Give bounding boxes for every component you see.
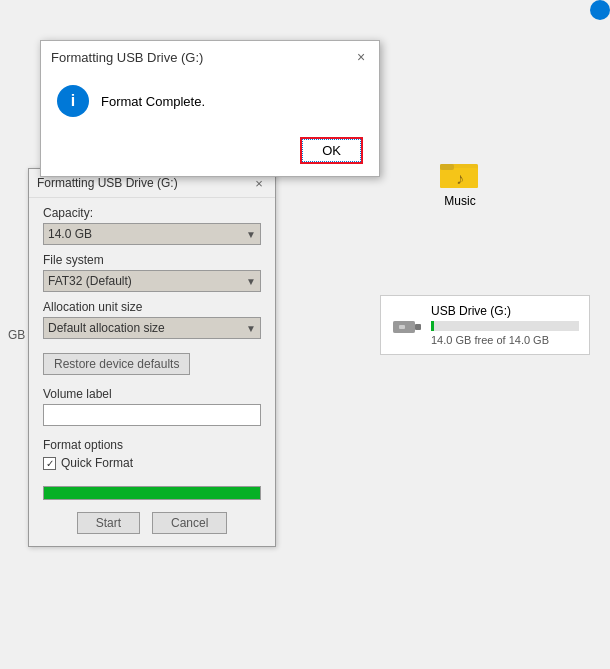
volume-label-text: Volume label [43, 387, 261, 401]
capacity-value: 14.0 GB [48, 227, 92, 241]
format-dialog-title: Formatting USB Drive (G:) [37, 176, 178, 190]
restore-defaults-button[interactable]: Restore device defaults [43, 353, 190, 375]
volume-label-section: Volume label [43, 387, 261, 426]
music-folder-icon: ♪ [440, 158, 480, 190]
capacity-label: Capacity: [43, 206, 261, 220]
format-dialog-buttons: Start Cancel [29, 512, 275, 534]
format-complete-footer: OK [41, 129, 379, 176]
ok-button[interactable]: OK [300, 137, 363, 164]
usb-drive-info: USB Drive (G:) 14.0 GB free of 14.0 GB [380, 295, 590, 355]
format-complete-title: Formatting USB Drive (G:) [51, 50, 203, 65]
usb-storage-fill [431, 321, 434, 331]
quick-format-row: ✓ Quick Format [43, 456, 261, 470]
usb-drive-details: USB Drive (G:) 14.0 GB free of 14.0 GB [431, 304, 579, 346]
svg-rect-7 [415, 324, 421, 330]
gb-label: GB [8, 328, 25, 342]
format-dialog-body: Capacity: 14.0 GB ▼ File system FAT32 (D… [29, 206, 275, 470]
format-options-section: Format options ✓ Quick Format [43, 438, 261, 470]
checkmark-icon: ✓ [46, 458, 54, 469]
svg-text:♪: ♪ [456, 170, 464, 187]
filesystem-value: FAT32 (Default) [48, 274, 132, 288]
format-dialog: Formatting USB Drive (G:) × Capacity: 14… [28, 168, 276, 547]
allocation-dropdown-arrow: ▼ [246, 323, 256, 334]
allocation-label: Allocation unit size [43, 300, 261, 314]
format-complete-titlebar: Formatting USB Drive (G:) × [41, 41, 379, 73]
quick-format-label: Quick Format [61, 456, 133, 470]
format-complete-content: i Format Complete. [41, 73, 379, 129]
svg-rect-3 [440, 164, 454, 170]
filesystem-label: File system [43, 253, 261, 267]
info-icon-label: i [71, 92, 75, 110]
usb-drive-name: USB Drive (G:) [431, 304, 579, 318]
filesystem-dropdown-arrow: ▼ [246, 276, 256, 287]
info-icon: i [57, 85, 89, 117]
capacity-dropdown[interactable]: 14.0 GB ▼ [43, 223, 261, 245]
usb-free-text: 14.0 GB free of 14.0 GB [431, 334, 579, 346]
capacity-dropdown-arrow: ▼ [246, 229, 256, 240]
quick-format-checkbox[interactable]: ✓ [43, 457, 56, 470]
format-progress-fill [44, 487, 260, 499]
usb-storage-bar [431, 321, 579, 331]
svg-rect-9 [399, 325, 405, 329]
allocation-dropdown[interactable]: Default allocation size ▼ [43, 317, 261, 339]
music-folder-label: Music [444, 194, 475, 208]
format-progress-bar [43, 486, 261, 500]
allocation-value: Default allocation size [48, 321, 165, 335]
music-folder[interactable]: ♪ Music [440, 158, 480, 208]
top-right-decoration [590, 0, 610, 20]
volume-label-input[interactable] [43, 404, 261, 426]
start-button[interactable]: Start [77, 512, 140, 534]
usb-drive-icon [391, 313, 423, 337]
format-options-title: Format options [43, 438, 261, 452]
filesystem-dropdown[interactable]: FAT32 (Default) ▼ [43, 270, 261, 292]
format-complete-dialog: Formatting USB Drive (G:) × i Format Com… [40, 40, 380, 177]
format-complete-message: Format Complete. [101, 94, 205, 109]
cancel-button[interactable]: Cancel [152, 512, 227, 534]
format-dialog-close-button[interactable]: × [251, 175, 267, 191]
format-complete-close-button[interactable]: × [353, 49, 369, 65]
